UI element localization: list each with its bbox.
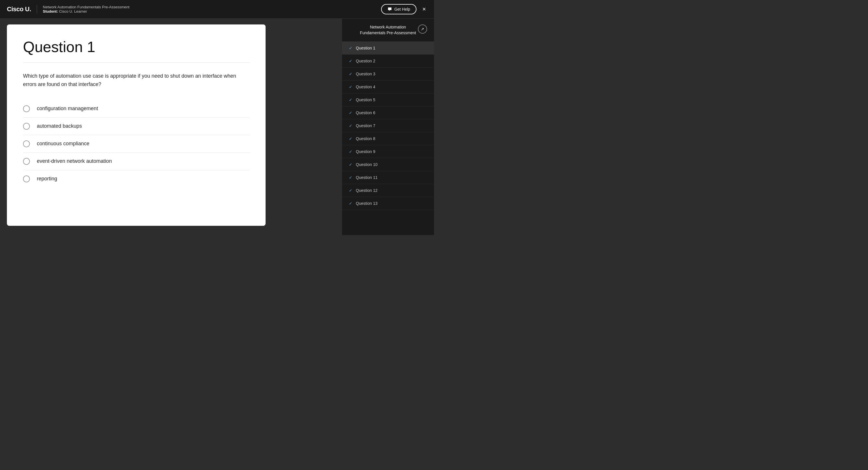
- close-button[interactable]: ×: [421, 5, 427, 13]
- radio-a4[interactable]: [23, 158, 30, 165]
- sidebar-question-label-6: Question 6: [356, 111, 375, 115]
- header-info: Network Automation Fundamentals Pre-Asse…: [37, 5, 129, 13]
- sidebar-question-12[interactable]: ✓Question 12: [342, 184, 434, 197]
- course-title: Network Automation Fundamentals Pre-Asse…: [43, 5, 129, 9]
- sidebar-question-label-13: Question 13: [356, 201, 378, 206]
- cisco-logo: Cisco U.: [7, 5, 31, 13]
- sidebar-question-label-12: Question 12: [356, 188, 378, 193]
- sidebar-question-7[interactable]: ✓Question 7: [342, 119, 434, 132]
- sidebar-title: Network Automation Fundamentals Pre-Asse…: [358, 25, 418, 36]
- header-right: Get Help ×: [381, 4, 427, 14]
- sidebar-question-label-5: Question 5: [356, 97, 375, 102]
- sidebar-question-13[interactable]: ✓Question 13: [342, 197, 434, 210]
- answers-container: configuration managementautomated backup…: [23, 100, 249, 187]
- check-icon-3: ✓: [349, 71, 352, 76]
- sidebar-question-5[interactable]: ✓Question 5: [342, 93, 434, 107]
- check-icon-12: ✓: [349, 188, 352, 193]
- sidebar-question-label-2: Question 2: [356, 59, 375, 63]
- check-icon-8: ✓: [349, 136, 352, 141]
- get-help-button[interactable]: Get Help: [381, 4, 416, 14]
- answer-option-a5[interactable]: reporting: [23, 170, 249, 187]
- sidebar-question-label-10: Question 10: [356, 162, 378, 167]
- question-title: Question 1: [23, 38, 249, 56]
- radio-a2[interactable]: [23, 123, 30, 130]
- check-icon-9: ✓: [349, 149, 352, 154]
- answer-label-a3: continuous compliance: [37, 141, 89, 147]
- sidebar-question-label-7: Question 7: [356, 123, 375, 128]
- main-container: Question 1 Which type of automation use …: [0, 19, 434, 235]
- sidebar-question-6[interactable]: ✓Question 6: [342, 107, 434, 119]
- answer-label-a1: configuration management: [37, 106, 98, 112]
- radio-a5[interactable]: [23, 175, 30, 182]
- sidebar-question-2[interactable]: ✓Question 2: [342, 55, 434, 67]
- check-icon-5: ✓: [349, 97, 352, 102]
- question-text: Which type of automation use case is app…: [23, 72, 249, 89]
- sidebar-question-label-4: Question 4: [356, 85, 375, 89]
- sidebar-question-label-3: Question 3: [356, 71, 375, 76]
- header-left: Cisco U. Network Automation Fundamentals…: [7, 5, 129, 13]
- radio-a1[interactable]: [23, 105, 30, 112]
- check-icon-4: ✓: [349, 85, 352, 89]
- answer-option-a1[interactable]: configuration management: [23, 100, 249, 118]
- sidebar-question-1[interactable]: ✓Question 1: [342, 42, 434, 55]
- app-header: Cisco U. Network Automation Fundamentals…: [0, 0, 434, 19]
- answer-label-a2: automated backups: [37, 123, 82, 129]
- check-icon-2: ✓: [349, 59, 352, 63]
- check-icon-11: ✓: [349, 175, 352, 180]
- answer-label-a4: event-driven network automation: [37, 158, 112, 164]
- sidebar-question-label-1: Question 1: [356, 46, 375, 50]
- quiz-card: Question 1 Which type of automation use …: [7, 25, 266, 226]
- sidebar-question-10[interactable]: ✓Question 10: [342, 158, 434, 171]
- check-icon-1: ✓: [349, 46, 352, 50]
- sidebar-question-label-8: Question 8: [356, 136, 375, 141]
- sidebar-question-9[interactable]: ✓Question 9: [342, 145, 434, 158]
- sidebar-question-label-11: Question 11: [356, 175, 378, 180]
- sidebar-question-3[interactable]: ✓Question 3: [342, 67, 434, 81]
- sidebar-question-label-9: Question 9: [356, 149, 375, 154]
- question-nav: ✓Question 1✓Question 2✓Question 3✓Questi…: [342, 42, 434, 210]
- sidebar-question-4[interactable]: ✓Question 4: [342, 81, 434, 93]
- check-icon-10: ✓: [349, 162, 352, 167]
- answer-option-a4[interactable]: event-driven network automation: [23, 153, 249, 170]
- answer-option-a3[interactable]: continuous compliance: [23, 135, 249, 153]
- quiz-panel: Question 1 Which type of automation use …: [0, 19, 342, 235]
- question-divider: [23, 62, 249, 63]
- check-icon-7: ✓: [349, 123, 352, 128]
- sidebar-question-11[interactable]: ✓Question 11: [342, 171, 434, 184]
- check-icon-6: ✓: [349, 111, 352, 115]
- answer-label-a5: reporting: [37, 176, 57, 182]
- student-info: Student: Cisco U. Learner: [43, 9, 129, 13]
- radio-a3[interactable]: [23, 140, 30, 147]
- sidebar-header: Network Automation Fundamentals Pre-Asse…: [342, 19, 434, 42]
- answer-option-a2[interactable]: automated backups: [23, 118, 249, 135]
- collapse-icon: ↗: [421, 27, 424, 31]
- check-icon-13: ✓: [349, 201, 352, 206]
- sidebar-question-8[interactable]: ✓Question 8: [342, 132, 434, 145]
- question-sidebar: Network Automation Fundamentals Pre-Asse…: [342, 19, 434, 235]
- chat-icon: [388, 7, 392, 11]
- collapse-sidebar-button[interactable]: ↗: [418, 25, 427, 34]
